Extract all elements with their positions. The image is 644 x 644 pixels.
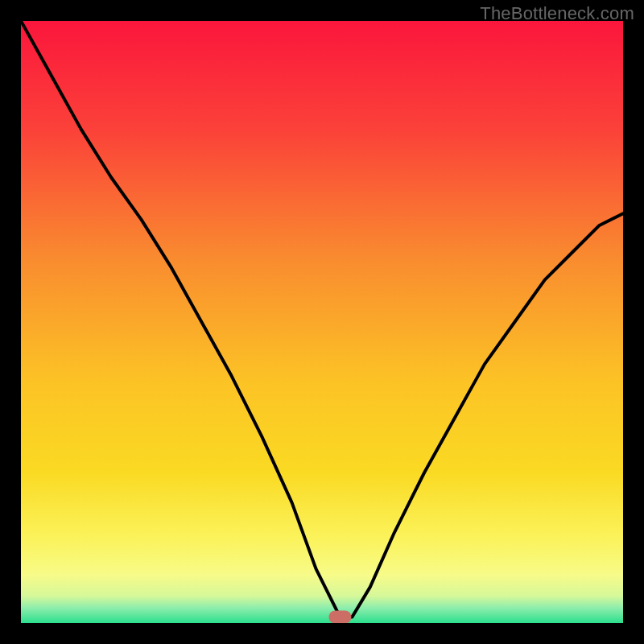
gradient-background	[21, 21, 623, 623]
attribution-text: TheBottleneck.com	[480, 3, 634, 24]
chart-container: TheBottleneck.com	[0, 0, 644, 644]
chart-svg	[21, 21, 623, 623]
min-marker	[328, 611, 351, 623]
plot-area	[21, 21, 623, 623]
